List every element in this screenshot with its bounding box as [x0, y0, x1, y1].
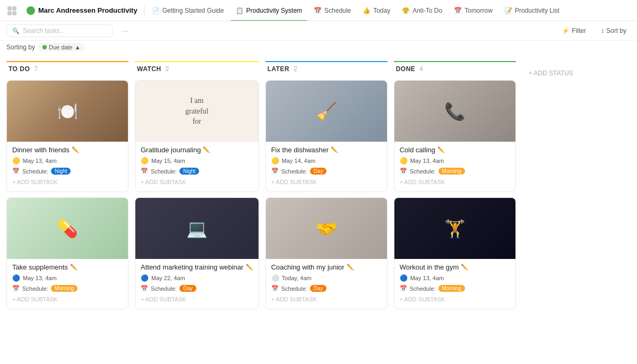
card-date-coaching: ⚪ Today, 4am [271, 274, 382, 282]
sort-button[interactable]: ↕ Sort by [597, 25, 631, 36]
card-image-gratitude: I amgratefulfor [135, 81, 259, 142]
add-subtask-coaching[interactable]: + ADD SUBTASK [271, 295, 382, 305]
workspace-dot [27, 6, 35, 15]
add-status-button[interactable]: + ADD STATUS [522, 66, 580, 80]
edit-icon[interactable]: ✏️ [437, 146, 445, 153]
column-todo: TO DO 7 🍽️ Dinner with friends ✏️ 🟡 May … [6, 61, 128, 315]
card-schedule-dishwasher: 📅 Schedule: Day [271, 168, 382, 175]
tab-productivity-system[interactable]: 📋 Productivity System [230, 0, 307, 21]
card-dishwasher[interactable]: 🧹 Fix the dishwasher ✏️ 🟡 May 14, 4am 📅 … [265, 80, 388, 192]
svg-rect-2 [7, 11, 12, 15]
card-body-webinar: Attend marketing training webinar ✏️ 🔵 M… [135, 259, 259, 309]
schedule-icon: 📅 [12, 285, 20, 292]
tab-today[interactable]: 👍 Today [357, 0, 395, 21]
card-date-coldcalling: 🟡 May 13, 4am [400, 157, 510, 164]
card-body-coaching: Coaching with my junior ✏️ ⚪ Today, 4am … [266, 259, 387, 309]
app-icon[interactable] [4, 3, 19, 18]
edit-icon[interactable]: ✏️ [70, 264, 78, 271]
badge-coldcalling: Morning [438, 168, 465, 175]
card-body-workout: Workout in the gym ✏️ 🔵 May 13, 4am 📅 Sc… [394, 259, 515, 309]
column-header-watch: WATCH 2 [135, 61, 259, 76]
card-title-coldcalling: Cold calling ✏️ [400, 146, 510, 154]
card-date-workout: 🔵 May 13, 4am [400, 274, 510, 282]
card-date-dinner: 🟡 May 13, 4am [12, 157, 123, 164]
card-date-supplements: 🔵 May 13, 4am [12, 274, 123, 282]
card-image-coldcalling: 📞 [394, 81, 515, 142]
column-watch: WATCH 2 I amgratefulfor Gratitude journa… [135, 61, 259, 315]
card-title-coaching: Coaching with my junior ✏️ [271, 263, 382, 271]
add-subtask-supplements[interactable]: + ADD SUBTASK [12, 295, 123, 305]
column-watch-count: 2 [166, 65, 169, 73]
add-subtask-dishwasher[interactable]: + ADD SUBTASK [271, 178, 382, 187]
tab-tomorrow[interactable]: 📅 Tomorrow [449, 0, 498, 21]
column-header-later: LATER 2 [265, 61, 388, 76]
card-image-coaching: 🤝 [266, 198, 387, 259]
edit-icon[interactable]: ✏️ [203, 146, 210, 153]
schedule-icon: 📅 [141, 168, 148, 175]
card-schedule-coaching: 📅 Schedule: Day [271, 285, 382, 292]
column-header-done: DONE 4 [394, 61, 516, 76]
add-status-column: + ADD STATUS [522, 61, 629, 80]
more-options-button[interactable]: ··· [119, 25, 132, 36]
top-navigation: Marc Andreessen Productivity 📄 Getting S… [0, 0, 637, 21]
card-title-workout: Workout in the gym ✏️ [400, 263, 510, 271]
sort-dot [42, 45, 47, 49]
tab-productivity-list[interactable]: 📝 Productivity List [499, 0, 565, 21]
card-image-webinar: 💻 [135, 198, 259, 259]
search-box[interactable]: 🔍 Search tasks... [6, 24, 113, 37]
sort-bar: Sorting by Due date ▲ [0, 41, 637, 55]
add-subtask-coldcalling[interactable]: + ADD SUBTASK [400, 178, 510, 187]
card-coaching[interactable]: 🤝 Coaching with my junior ✏️ ⚪ Today, 4a… [265, 197, 388, 309]
filter-button[interactable]: ⚡ Filter [557, 25, 590, 36]
workspace-title[interactable]: Marc Andreessen Productivity [22, 6, 142, 15]
card-title-supplements: Take supplements ✏️ [12, 263, 123, 271]
badge-workout: Morning [438, 285, 465, 292]
sort-prefix: Sorting by [6, 44, 35, 51]
badge-supplements: Morning [51, 285, 78, 292]
card-gratitude[interactable]: I amgratefulfor Gratitude journaling ✏️ … [135, 80, 259, 192]
toolbar: 🔍 Search tasks... ··· ⚡ Filter ↕ Sort by [0, 21, 637, 41]
card-body-dishwasher: Fix the dishwasher ✏️ 🟡 May 14, 4am 📅 Sc… [266, 142, 387, 192]
card-schedule-workout: 📅 Schedule: Morning [400, 285, 510, 292]
schedule-icon: 📅 [271, 168, 279, 175]
card-cold-calling[interactable]: 📞 Cold calling ✏️ 🟡 May 13, 4am 📅 Schedu… [394, 80, 516, 192]
add-subtask-webinar[interactable]: + ADD SUBTASK [141, 295, 253, 305]
sort-tag-label: Due date [49, 44, 73, 50]
svg-rect-1 [12, 6, 16, 11]
card-title-gratitude: Gratitude journaling ✏️ [141, 146, 253, 154]
column-later-label: LATER [268, 65, 290, 73]
edit-icon[interactable]: ✏️ [72, 146, 79, 153]
add-subtask-gratitude[interactable]: + ADD SUBTASK [141, 178, 253, 187]
tab-anti-todo[interactable]: 😤 Anti-To Do [397, 0, 447, 21]
badge-dinner: Night [51, 168, 71, 175]
svg-rect-0 [7, 6, 12, 11]
edit-icon[interactable]: ✏️ [246, 264, 253, 271]
sort-tag[interactable]: Due date ▲ [38, 43, 85, 51]
column-todo-count: 7 [34, 65, 38, 73]
edit-icon[interactable]: ✏️ [347, 264, 354, 271]
edit-icon[interactable]: ✏️ [461, 264, 468, 271]
card-title-dishwasher: Fix the dishwasher ✏️ [271, 146, 382, 154]
schedule-icon: 📅 [141, 285, 148, 292]
sort-arrow: ▲ [75, 44, 81, 50]
card-schedule-coldcalling: 📅 Schedule: Morning [400, 168, 510, 175]
add-subtask-workout[interactable]: + ADD SUBTASK [400, 295, 510, 305]
card-image-workout: 🏋️ [394, 198, 515, 259]
toolbar-right: ⚡ Filter ↕ Sort by [557, 25, 631, 36]
add-subtask-dinner[interactable]: + ADD SUBTASK [12, 178, 123, 187]
card-workout[interactable]: 🏋️ Workout in the gym ✏️ 🔵 May 13, 4am 📅… [394, 197, 516, 309]
card-webinar[interactable]: 💻 Attend marketing training webinar ✏️ 🔵… [135, 197, 259, 309]
card-date-webinar: 🔵 May 22, 4am [141, 274, 253, 282]
tab-schedule[interactable]: 📅 Schedule [308, 0, 356, 21]
schedule-icon: 📅 [400, 285, 407, 292]
column-later: LATER 2 🧹 Fix the dishwasher ✏️ 🟡 May 14… [265, 61, 388, 315]
card-body-supplements: Take supplements ✏️ 🔵 May 13, 4am 📅 Sche… [7, 259, 128, 309]
card-dinner-friends[interactable]: 🍽️ Dinner with friends ✏️ 🟡 May 13, 4am … [6, 80, 128, 192]
edit-icon[interactable]: ✏️ [331, 146, 338, 153]
schedule-icon: 📅 [400, 168, 407, 175]
column-header-todo: TO DO 7 [6, 61, 128, 76]
schedule-icon: 📅 [271, 285, 279, 292]
badge-coaching: Day [310, 285, 327, 292]
tab-getting-started[interactable]: 📄 Getting Started Guide [147, 0, 229, 21]
card-take-supplements[interactable]: 💊 Take supplements ✏️ 🔵 May 13, 4am 📅 Sc… [6, 197, 128, 309]
